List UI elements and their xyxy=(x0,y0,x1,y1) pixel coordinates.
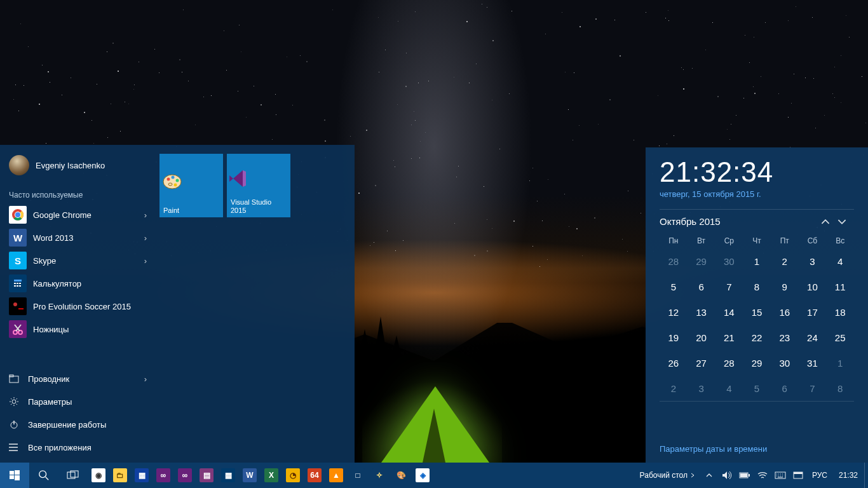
calendar-day[interactable]: 15 xyxy=(743,299,771,325)
calendar-day[interactable]: 1 xyxy=(826,350,854,376)
far-icon: ▦ xyxy=(135,468,149,482)
taskbar-app-app-tools[interactable]: ✧ xyxy=(369,463,390,488)
user-profile[interactable]: Evgeniy Isachenko xyxy=(0,149,156,184)
date-time-settings-link[interactable]: Параметры даты и времени xyxy=(660,439,854,456)
taskbar-app-blend[interactable]: ∞ xyxy=(174,463,196,488)
calendar-day[interactable]: 28 xyxy=(715,350,743,376)
calendar-day[interactable]: 3 xyxy=(688,376,715,401)
toolbar-desktop[interactable]: Рабочий стол xyxy=(636,471,700,480)
calendar-day[interactable]: 10 xyxy=(799,274,827,299)
system-item-explorer[interactable]: Проводник› xyxy=(0,367,156,390)
calendar-month-label[interactable]: Октябрь 2015 xyxy=(660,216,721,227)
calendar-day[interactable]: 6 xyxy=(771,376,799,401)
calendar-day[interactable]: 21 xyxy=(715,325,743,350)
tray-keyboard[interactable] xyxy=(771,463,789,488)
calendar-day[interactable]: 14 xyxy=(715,299,743,325)
chevron-up-icon xyxy=(706,472,712,478)
calendar-day[interactable]: 30 xyxy=(715,248,743,274)
calendar-day[interactable]: 26 xyxy=(660,350,688,376)
app-item-chrome[interactable]: Google Chrome› xyxy=(0,203,156,226)
tile-vs[interactable]: Visual Studio 2015 xyxy=(227,154,290,217)
calendar-day[interactable]: 29 xyxy=(743,350,771,376)
system-item-power[interactable]: Завершение работы xyxy=(0,413,156,436)
svg-rect-43 xyxy=(749,474,750,477)
taskbar-app-vlc[interactable]: ▲ xyxy=(325,463,347,488)
calendar-day[interactable]: 2 xyxy=(660,376,688,401)
system-item-settings[interactable]: Параметры xyxy=(0,390,156,413)
taskbar-clock[interactable]: 21:32 xyxy=(832,471,864,480)
calendar-day[interactable]: 13 xyxy=(688,299,715,325)
tray-volume[interactable] xyxy=(718,463,736,488)
show-desktop-button[interactable] xyxy=(864,463,868,488)
calendar-day[interactable]: 1 xyxy=(743,248,771,274)
calendar-day[interactable]: 12 xyxy=(660,299,688,325)
app-item-calc[interactable]: Калькулятор xyxy=(0,272,156,295)
calendar-day[interactable]: 7 xyxy=(799,376,827,401)
app-item-skype[interactable]: SSkype› xyxy=(0,249,156,272)
calendar-day[interactable]: 9 xyxy=(771,274,799,299)
calendar-day[interactable]: 19 xyxy=(660,325,688,350)
calendar-day[interactable]: 8 xyxy=(826,376,854,401)
taskbar-app-app-yellow[interactable]: ◔ xyxy=(282,463,304,488)
calendar-day[interactable]: 27 xyxy=(688,350,715,376)
tray-wifi[interactable] xyxy=(754,463,771,488)
calendar-day[interactable]: 18 xyxy=(826,299,854,325)
calendar-day[interactable]: 5 xyxy=(743,376,771,401)
calendar-day[interactable]: 25 xyxy=(826,325,854,350)
word-icon: W xyxy=(243,468,257,482)
app-item-word[interactable]: WWord 2013› xyxy=(0,226,156,249)
calendar-day[interactable]: 17 xyxy=(799,299,827,325)
calendar-day[interactable]: 3 xyxy=(799,248,827,274)
calendar-day[interactable]: 4 xyxy=(715,376,743,401)
calendar-prev[interactable] xyxy=(821,217,837,226)
taskbar-app-word[interactable]: W xyxy=(239,463,261,488)
calendar-day[interactable]: 30 xyxy=(771,350,799,376)
calendar-day[interactable]: 6 xyxy=(688,274,715,299)
onenote-icon: ▤ xyxy=(200,468,214,482)
taskbar-app-excel[interactable]: X xyxy=(261,463,282,488)
taskbar-app-chrome[interactable]: ◉ xyxy=(88,463,109,488)
tray-battery[interactable] xyxy=(736,463,754,488)
tray-input-indicator[interactable] xyxy=(789,463,807,488)
input-icon xyxy=(793,471,803,479)
clock-date-long[interactable]: четверг, 15 октября 2015 г. xyxy=(660,189,854,199)
tile-paint[interactable]: Paint xyxy=(159,154,223,217)
calendar-day[interactable]: 22 xyxy=(743,325,771,350)
svg-point-31 xyxy=(176,179,179,182)
calendar-next[interactable] xyxy=(837,217,854,226)
calendar-day[interactable]: 24 xyxy=(799,325,827,350)
start-button[interactable] xyxy=(0,463,29,488)
aida64-icon: 64 xyxy=(308,468,322,482)
calendar-day[interactable]: 28 xyxy=(660,248,688,274)
taskbar-app-calculator[interactable]: ▦ xyxy=(217,463,239,488)
app-item-snip[interactable]: Ножницы xyxy=(0,318,156,341)
calendar-day[interactable]: 11 xyxy=(826,274,854,299)
calendar-day[interactable]: 31 xyxy=(799,350,827,376)
weekday-label: Вс xyxy=(826,233,854,248)
taskbar-app-onenote[interactable]: ▤ xyxy=(196,463,217,488)
clock-time: 21:32:34 xyxy=(660,156,854,188)
taskbar-app-explorer[interactable]: 🗀 xyxy=(109,463,131,488)
calendar-day[interactable]: 7 xyxy=(715,274,743,299)
calendar-day[interactable]: 23 xyxy=(771,325,799,350)
taskbar-app-teamviewer[interactable]: ◈ xyxy=(412,463,433,488)
taskbar-app-far[interactable]: ▦ xyxy=(131,463,153,488)
calendar-day[interactable]: 4 xyxy=(826,248,854,274)
calendar-day[interactable]: 29 xyxy=(688,248,715,274)
taskbar-app-aida64[interactable]: 64 xyxy=(304,463,325,488)
calendar-day[interactable]: 16 xyxy=(771,299,799,325)
tray-overflow[interactable] xyxy=(700,463,718,488)
app-item-pes[interactable]: Pro Evolution Soccer 2015 xyxy=(0,295,156,318)
app-yellow-icon: ◔ xyxy=(286,468,300,482)
calendar-day[interactable]: 5 xyxy=(660,274,688,299)
language-indicator[interactable]: РУС xyxy=(807,471,832,480)
calendar-day[interactable]: 8 xyxy=(743,274,771,299)
task-view-button[interactable] xyxy=(58,463,88,488)
system-item-allapps[interactable]: Все приложения xyxy=(0,436,156,459)
taskbar-app-paint[interactable]: 🎨 xyxy=(390,463,412,488)
search-button[interactable] xyxy=(29,463,58,488)
calendar-day[interactable]: 2 xyxy=(771,248,799,274)
taskbar-app-visual-studio[interactable]: ∞ xyxy=(153,463,174,488)
calendar-day[interactable]: 20 xyxy=(688,325,715,350)
taskbar-app-app-square[interactable]: □ xyxy=(347,463,369,488)
